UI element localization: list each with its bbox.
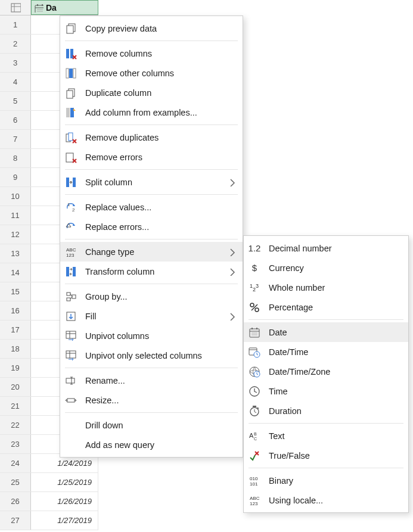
menu-item-text[interactable]: Text — [244, 426, 408, 446]
transform-icon — [64, 265, 78, 279]
table-row[interactable]: 271/27/2019 — [0, 511, 98, 530]
row-number[interactable]: 1 — [0, 15, 31, 34]
row-number[interactable]: 19 — [0, 359, 31, 377]
menu-item-transform-column[interactable]: Transform column — [60, 262, 243, 281]
column-context-menu: Copy preview dataRemove columnsRemove ot… — [60, 15, 243, 458]
menu-item-currency[interactable]: $Currency — [244, 258, 408, 278]
row-number[interactable]: 11 — [0, 206, 31, 225]
menu-item-date-time-zone[interactable]: Date/Time/Zone — [244, 362, 408, 381]
menu-item-label: Binary — [269, 476, 402, 486]
column-header-date[interactable]: Da — [31, 0, 98, 15]
unpivot-sel-icon — [64, 349, 78, 363]
date-icon — [247, 325, 262, 340]
currency-icon: $ — [247, 261, 262, 275]
menu-item-duplicate-column[interactable]: Duplicate column — [60, 83, 243, 102]
menu-item-label: Date/Time — [269, 347, 402, 357]
menu-item-remove-columns[interactable]: Remove columns — [60, 43, 243, 63]
menu-item-date-time[interactable]: Date/Time — [244, 342, 408, 362]
menu-item-remove-other-columns[interactable]: Remove other columns — [60, 63, 243, 83]
remove-dups-icon — [64, 130, 78, 145]
row-number[interactable]: 18 — [0, 340, 31, 358]
menu-item-decimal-number[interactable]: 1.2Decimal number — [244, 238, 408, 258]
table-row[interactable]: 261/26/2019 — [0, 492, 98, 511]
column-header-row: Da — [0, 0, 98, 15]
menu-item-rename[interactable]: Rename... — [60, 371, 243, 390]
menu-item-split-column[interactable]: Split column — [60, 172, 243, 192]
menu-item-fill[interactable]: Fill — [60, 306, 243, 326]
menu-item-drill-down[interactable]: Drill down — [60, 415, 243, 435]
menu-separator — [249, 319, 403, 320]
row-number[interactable]: 26 — [0, 492, 31, 511]
menu-item-resize[interactable]: Resize... — [60, 390, 243, 410]
fill-icon — [64, 309, 78, 323]
row-number[interactable]: 7 — [0, 130, 31, 148]
row-number[interactable]: 4 — [0, 73, 31, 91]
menu-separator — [65, 239, 238, 239]
menu-item-label: Time — [269, 387, 402, 396]
menu-item-label: Change type — [85, 247, 221, 257]
menu-item-date[interactable]: Date — [244, 322, 408, 342]
row-number[interactable]: 21 — [0, 397, 31, 415]
cell-value[interactable]: 1/26/2019 — [31, 492, 98, 511]
menu-separator — [65, 125, 238, 125]
menu-item-unpivot-columns[interactable]: Unpivot columns — [60, 326, 243, 346]
row-number[interactable]: 16 — [0, 301, 31, 320]
row-number[interactable]: 6 — [0, 111, 31, 129]
menu-item-using-locale[interactable]: Using locale... — [244, 490, 408, 510]
cell-value[interactable]: 1/25/2019 — [31, 473, 98, 491]
cell-value[interactable]: 1/27/2019 — [31, 511, 98, 530]
row-number[interactable]: 14 — [0, 263, 31, 282]
row-number[interactable]: 13 — [0, 244, 31, 263]
row-number[interactable]: 3 — [0, 54, 31, 72]
menu-item-percentage[interactable]: Percentage — [244, 297, 408, 317]
chevron-right-icon — [228, 178, 237, 186]
row-number[interactable]: 15 — [0, 282, 31, 301]
row-number[interactable]: 8 — [0, 149, 31, 167]
menu-item-label: Replace errors... — [85, 222, 237, 232]
duplicate-icon — [64, 86, 78, 100]
menu-item-label: Remove errors — [85, 153, 237, 162]
menu-item-remove-duplicates[interactable]: Remove duplicates — [60, 127, 243, 147]
row-number[interactable]: 12 — [0, 225, 31, 244]
row-number[interactable]: 24 — [0, 454, 31, 472]
resize-icon — [64, 393, 78, 407]
table-row[interactable]: 251/25/2019 — [0, 473, 98, 492]
menu-item-label: Duration — [269, 406, 402, 416]
row-number[interactable]: 25 — [0, 473, 31, 491]
menu-item-add-as-new-query[interactable]: Add as new query — [60, 435, 243, 455]
replace-errs-icon — [64, 220, 78, 234]
row-number[interactable]: 22 — [0, 416, 31, 434]
menu-item-binary[interactable]: Binary — [244, 471, 408, 490]
menu-item-remove-errors[interactable]: Remove errors — [60, 147, 243, 167]
rename-icon — [64, 374, 78, 388]
menu-item-time[interactable]: Time — [244, 381, 408, 401]
menu-item-group-by[interactable]: Group by... — [60, 287, 243, 306]
menu-item-true-false[interactable]: True/False — [244, 446, 408, 465]
row-number[interactable]: 5 — [0, 92, 31, 110]
menu-item-duration[interactable]: Duration — [244, 401, 408, 421]
menu-item-replace-errors[interactable]: Replace errors... — [60, 217, 243, 237]
menu-item-unpivot-only-selected-columns[interactable]: Unpivot only selected columns — [60, 346, 243, 365]
row-number[interactable]: 17 — [0, 321, 31, 339]
menu-item-copy-preview-data[interactable]: Copy preview data — [60, 18, 243, 38]
menu-item-label: Unpivot columns — [85, 331, 237, 341]
row-number[interactable]: 20 — [0, 378, 31, 396]
menu-item-label: Duplicate column — [85, 88, 237, 98]
menu-item-change-type[interactable]: Change type — [60, 242, 243, 262]
menu-item-label: Copy preview data — [85, 24, 237, 33]
menu-item-label: Date — [269, 328, 402, 337]
menu-item-label: Decimal number — [269, 244, 402, 253]
row-number[interactable]: 23 — [0, 435, 31, 453]
select-all-corner[interactable] — [0, 0, 31, 15]
menu-item-replace-values[interactable]: Replace values... — [60, 197, 243, 217]
row-number[interactable]: 27 — [0, 511, 31, 530]
decimal-icon: 1.2 — [247, 241, 262, 256]
menu-item-label: Add column from examples... — [85, 108, 237, 117]
row-number[interactable]: 9 — [0, 168, 31, 186]
remove-other-icon — [64, 66, 78, 80]
copy-icon — [64, 21, 78, 36]
menu-item-add-column-from-examples[interactable]: Add column from examples... — [60, 102, 243, 122]
row-number[interactable]: 10 — [0, 187, 31, 206]
row-number[interactable]: 2 — [0, 35, 31, 53]
menu-item-whole-number[interactable]: Whole number — [244, 278, 408, 297]
